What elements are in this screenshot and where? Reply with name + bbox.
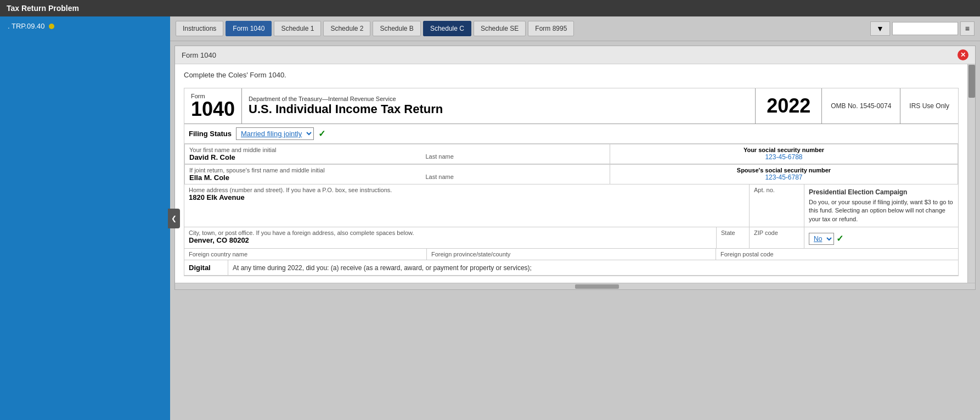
title-bar: Tax Return Problem [0, 0, 980, 16]
form-number: 1040 [191, 99, 235, 119]
tab-menu-button[interactable]: ≡ [960, 21, 975, 36]
foreign-province-cell: Foreign province/state/county [427, 249, 716, 260]
sidebar-collapse-button[interactable]: ❮ [168, 209, 180, 228]
spouse-ssn-value: 123-45-6787 [615, 173, 953, 181]
zip-label: ZIP code [754, 229, 799, 236]
tab-scheduleB[interactable]: Schedule B [373, 21, 420, 36]
form-dept-text: Department of the Treasury—Internal Reve… [249, 96, 748, 102]
spouse-name-cell: If joint return, spouse's first name and… [185, 165, 610, 184]
horizontal-scrollbar[interactable] [175, 283, 975, 289]
form-1040: Form 1040 Department of the Treasury—Int… [184, 88, 959, 276]
primary-firstname-label: Your first name and middle initial [189, 147, 605, 153]
form-number-block: Form 1040 [184, 88, 241, 124]
apt-label: Apt. no. [754, 187, 799, 193]
sidebar-status-dot [49, 24, 54, 29]
primary-firstname-value: David R. Cole [189, 153, 418, 161]
form-main-title: U.S. Individual Income Tax Return [249, 102, 748, 116]
address-label: Home address (number and street). If you… [189, 187, 745, 193]
filing-status-select[interactable]: Married filing jointly [236, 127, 314, 140]
address-value: 1820 Elk Avenue [189, 193, 745, 201]
address-row: Home address (number and street). If you… [184, 184, 958, 227]
form-irs-block: IRS Use Only [900, 88, 958, 124]
address-apt-cell: Apt. no. [750, 184, 804, 227]
filing-status-label: Filing Status [189, 130, 232, 138]
spouse-taxpayer-table: If joint return, spouse's first name and… [184, 164, 958, 184]
app-body: . TRP.09.40 ❮ Instructions Form 1040 Sch… [0, 16, 980, 420]
scrollbar-thumb [968, 65, 975, 98]
horizontal-scrollbar-thumb [575, 284, 619, 289]
tab-form1040[interactable]: Form 1040 [226, 21, 272, 36]
form-year: 2022 [767, 94, 810, 117]
sidebar-item-label: . TRP.09.40 [8, 22, 44, 30]
city-main-cell: City, town, or post office. If you have … [184, 227, 717, 248]
tab-bar: Instructions Form 1040 Schedule 1 Schedu… [170, 16, 980, 41]
tab-instructions[interactable]: Instructions [176, 21, 223, 36]
form-omb-block: OMB No. 1545-0074 [821, 88, 900, 124]
primary-lastname-label: Last name [425, 153, 586, 160]
no-select-cell: No ✓ [804, 227, 958, 248]
form-year-block: 2022 [755, 88, 821, 124]
form-window-title: Form 1040 [182, 51, 216, 59]
app-title: Tax Return Problem [7, 4, 79, 13]
spouse-ssn-label: Spouse's social security number [615, 167, 953, 173]
tab-schedule1[interactable]: Schedule 1 [274, 21, 321, 36]
form-omb-text: OMB No. 1545-0074 [831, 102, 891, 110]
tab-search-input[interactable] [892, 22, 958, 35]
foreign-country-cell: Foreign country name [184, 249, 427, 260]
foreign-postal-cell: Foreign postal code [716, 249, 958, 260]
city-label: City, town, or post office. If you have … [189, 229, 712, 236]
primary-ssn-cell: Your social security number 123-45-6788 [610, 144, 958, 164]
content-area: Instructions Form 1040 Schedule 1 Schedu… [170, 16, 980, 420]
foreign-province-label: Foreign province/state/county [431, 251, 711, 257]
spouse-firstname-value: Ella M. Cole [189, 173, 418, 182]
state-label: State [721, 229, 745, 236]
sidebar: . TRP.09.40 ❮ [0, 16, 170, 420]
tab-schedule2[interactable]: Schedule 2 [323, 21, 370, 36]
primary-name-cell: Your first name and middle initial David… [185, 144, 610, 164]
form-window: Form 1040 ✕ Complete the Coles' Form 104… [174, 46, 976, 290]
tab-scheduleSE[interactable]: Schedule SE [474, 21, 526, 36]
form-header: Form 1040 ✕ [175, 46, 975, 64]
form-irs-text: IRS Use Only [909, 102, 949, 110]
form-instructions-text: Complete the Coles' Form 1040. [184, 71, 959, 79]
spouse-lastname-label: Last name [425, 173, 586, 180]
primary-taxpayer-table: Your first name and middle initial David… [184, 144, 958, 164]
digital-row: Digital At any time during 2022, did you… [184, 260, 958, 276]
sidebar-item-trp[interactable]: . TRP.09.40 [0, 16, 170, 36]
close-button[interactable]: ✕ [958, 49, 968, 60]
foreign-row: Foreign country name Foreign province/st… [184, 249, 958, 260]
digital-text: At any time during 2022, did you: (a) re… [228, 261, 958, 275]
spouse-ssn-cell: Spouse's social security number 123-45-6… [610, 165, 958, 184]
form-body: Complete the Coles' Form 1040. Form 1040 [175, 64, 967, 283]
presidential-text: Do you, or your spouse if filing jointly… [809, 198, 954, 223]
presidential-select[interactable]: No [809, 233, 834, 245]
primary-ssn-value: 123-45-6788 [615, 153, 953, 161]
state-cell: State [717, 227, 750, 248]
presidential-label: Presidential Election Campaign [809, 188, 954, 197]
form-container: Form 1040 ✕ Complete the Coles' Form 104… [170, 41, 980, 420]
zip-cell: ZIP code [750, 227, 804, 248]
tab-form8995[interactable]: Form 8995 [528, 21, 574, 36]
tab-dropdown-button[interactable]: ▼ [870, 21, 890, 36]
presidential-campaign-cell: Presidential Election Campaign Do you, o… [804, 184, 958, 227]
primary-ssn-label: Your social security number [615, 147, 953, 153]
presidential-checkmark: ✓ [836, 233, 843, 245]
vertical-scrollbar[interactable] [967, 64, 975, 283]
city-value: Denver, CO 80202 [189, 236, 712, 244]
filing-status-row: Filing Status Married filing jointly ✓ [184, 124, 958, 144]
form-body-wrapper: Complete the Coles' Form 1040. Form 1040 [175, 64, 975, 283]
filing-status-checkmark: ✓ [318, 128, 325, 139]
city-state-row: City, town, or post office. If you have … [184, 227, 958, 249]
address-main-cell: Home address (number and street). If you… [184, 184, 750, 227]
form-1040-header: Form 1040 Department of the Treasury—Int… [184, 88, 958, 124]
spouse-firstname-label: If joint return, spouse's first name and… [189, 167, 605, 173]
tab-scheduleC[interactable]: Schedule C [423, 21, 471, 36]
digital-label: Digital [184, 260, 228, 275]
foreign-country-label: Foreign country name [189, 251, 422, 257]
foreign-postal-label: Foreign postal code [720, 251, 954, 257]
form-title-block: Department of the Treasury—Internal Reve… [241, 88, 755, 124]
no-select-wrapper: No ✓ [809, 233, 954, 245]
